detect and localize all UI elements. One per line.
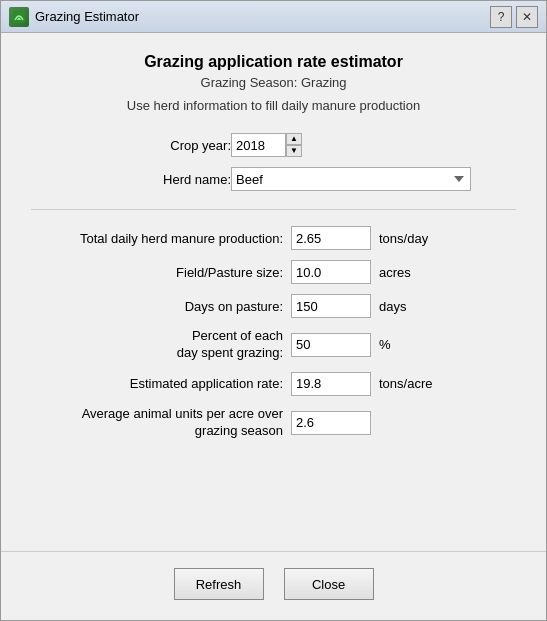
avg-animal-row: Average animal units per acre over grazi…	[31, 406, 516, 440]
percent-label-line1: Percent of each	[192, 328, 283, 343]
divider	[31, 209, 516, 210]
percent-grazing-row: Percent of each day spent grazing: %	[31, 328, 516, 362]
herd-name-select[interactable]: Beef Dairy Swine Poultry	[231, 167, 471, 191]
app-icon	[9, 7, 29, 27]
total-daily-label: Total daily herd manure production:	[31, 231, 291, 246]
window-close-button[interactable]: ✕	[516, 6, 538, 28]
crop-year-row: Crop year: ▲ ▼	[31, 133, 516, 157]
spinner-buttons: ▲ ▼	[286, 133, 302, 157]
footer: Refresh Close	[1, 551, 546, 620]
spinner-down-button[interactable]: ▼	[286, 145, 302, 157]
crop-year-spinner: ▲ ▼	[231, 133, 302, 157]
percent-label-line2: day spent grazing:	[177, 345, 283, 360]
est-rate-unit: tons/acre	[379, 376, 432, 391]
est-rate-label: Estimated application rate:	[31, 376, 291, 391]
avg-animal-label-line1: Average animal units per acre over	[82, 406, 283, 421]
crop-year-label: Crop year:	[31, 138, 231, 153]
window-title: Grazing Estimator	[35, 9, 490, 24]
main-title: Grazing application rate estimator	[31, 53, 516, 71]
days-on-pasture-unit: days	[379, 299, 406, 314]
description: Use herd information to fill daily manur…	[31, 98, 516, 113]
field-size-input[interactable]	[291, 260, 371, 284]
crop-year-input[interactable]	[231, 133, 286, 157]
spinner-up-button[interactable]: ▲	[286, 133, 302, 145]
subtitle: Grazing Season: Grazing	[31, 75, 516, 90]
days-on-pasture-input[interactable]	[291, 294, 371, 318]
svg-rect-0	[13, 11, 25, 23]
percent-grazing-unit: %	[379, 337, 391, 352]
title-bar-buttons: ? ✕	[490, 6, 538, 28]
field-size-label: Field/Pasture size:	[31, 265, 291, 280]
herd-name-label: Herd name:	[31, 172, 231, 187]
days-on-pasture-label: Days on pasture:	[31, 299, 291, 314]
help-button[interactable]: ?	[490, 6, 512, 28]
avg-animal-label-line2: grazing season	[195, 423, 283, 438]
main-window: Grazing Estimator ? ✕ Grazing applicatio…	[0, 0, 547, 621]
percent-grazing-label: Percent of each day spent grazing:	[31, 328, 291, 362]
title-bar: Grazing Estimator ? ✕	[1, 1, 546, 33]
herd-name-row: Herd name: Beef Dairy Swine Poultry	[31, 167, 516, 191]
close-button[interactable]: Close	[284, 568, 374, 600]
est-rate-row: Estimated application rate: tons/acre	[31, 372, 516, 396]
refresh-button[interactable]: Refresh	[174, 568, 264, 600]
total-daily-input[interactable]	[291, 226, 371, 250]
field-size-row: Field/Pasture size: acres	[31, 260, 516, 284]
avg-animal-input[interactable]	[291, 411, 371, 435]
avg-animal-label: Average animal units per acre over grazi…	[31, 406, 291, 440]
content-area: Grazing application rate estimator Grazi…	[1, 33, 546, 551]
days-on-pasture-row: Days on pasture: days	[31, 294, 516, 318]
total-daily-unit: tons/day	[379, 231, 428, 246]
total-daily-row: Total daily herd manure production: tons…	[31, 226, 516, 250]
field-size-unit: acres	[379, 265, 411, 280]
percent-grazing-input[interactable]	[291, 333, 371, 357]
est-rate-input[interactable]	[291, 372, 371, 396]
